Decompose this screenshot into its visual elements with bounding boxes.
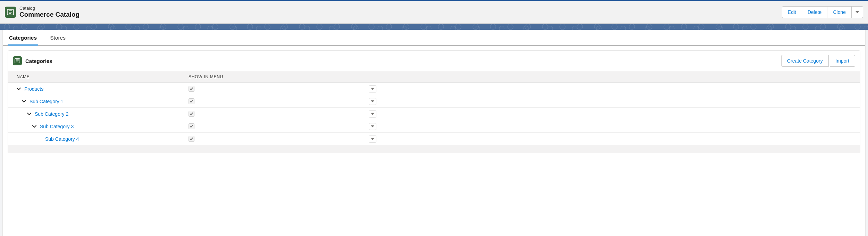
check-icon (190, 112, 193, 116)
catalog-icon (13, 56, 22, 65)
expand-toggle[interactable] (21, 98, 27, 105)
caret-down-icon (371, 137, 374, 141)
page-body: Categories Stores Categories Create Cate… (2, 30, 866, 236)
tab-stores[interactable]: Stores (49, 30, 67, 46)
expand-toggle[interactable] (16, 86, 22, 92)
tab-categories[interactable]: Categories (8, 30, 38, 46)
cell-show-in-menu (189, 86, 362, 92)
show-in-menu-checkbox[interactable] (189, 98, 194, 104)
caret-down-icon (371, 112, 374, 116)
import-button[interactable]: Import (830, 55, 855, 67)
table-row: Sub Category 3 (8, 120, 860, 133)
chevron-down-icon (32, 124, 36, 129)
check-icon (190, 124, 193, 128)
catalog-icon (5, 7, 16, 18)
row-actions-button[interactable] (369, 123, 376, 130)
cell-actions (362, 111, 383, 117)
caret-down-icon (371, 125, 374, 128)
column-show-in-menu: Show in Menu (189, 74, 362, 79)
show-in-menu-checkbox[interactable] (189, 123, 194, 129)
category-link[interactable]: Sub Category 2 (35, 111, 68, 117)
edit-button[interactable]: Edit (782, 6, 802, 18)
cell-actions (362, 136, 383, 143)
check-icon (190, 87, 193, 91)
check-icon (190, 99, 193, 103)
more-actions-button[interactable] (852, 6, 863, 18)
show-in-menu-checkbox[interactable] (189, 86, 194, 92)
cell-actions (362, 123, 383, 130)
expand-toggle[interactable] (26, 111, 32, 117)
page-title-block: Catalog Commerce Catalog (19, 6, 782, 19)
cell-name: Products (8, 86, 189, 92)
page-actions: Edit Delete Clone (782, 6, 863, 18)
category-link[interactable]: Products (24, 86, 43, 92)
cell-show-in-menu (189, 123, 362, 129)
table-header: Name Show in Menu (8, 71, 860, 83)
panel-actions: Create Category Import (781, 55, 855, 67)
row-actions-button[interactable] (369, 98, 376, 105)
row-actions-button[interactable] (369, 86, 376, 92)
category-link[interactable]: Sub Category 4 (45, 136, 79, 142)
column-name: Name (8, 74, 189, 79)
table-row: Sub Category 1 (8, 95, 860, 108)
table-footer (8, 145, 860, 153)
create-category-button[interactable]: Create Category (781, 55, 829, 67)
page-eyebrow: Catalog (19, 6, 782, 11)
cell-name: Sub Category 1 (8, 98, 189, 105)
table-body: ProductsSub Category 1Sub Category 2Sub … (8, 83, 860, 145)
caret-down-icon (371, 87, 374, 91)
caret-down-icon (371, 100, 374, 103)
expand-toggle[interactable] (31, 123, 37, 130)
delete-button[interactable]: Delete (802, 6, 827, 18)
tabs: Categories Stores (3, 30, 865, 46)
caret-down-icon (855, 10, 859, 14)
row-actions-button[interactable] (369, 136, 376, 143)
show-in-menu-checkbox[interactable] (189, 111, 194, 117)
chevron-down-icon (22, 99, 26, 104)
cell-name: Sub Category 3 (8, 123, 189, 130)
cell-name: Sub Category 4 (8, 136, 189, 142)
panel-title: Categories (25, 58, 781, 64)
table-row: Sub Category 2 (8, 108, 860, 120)
cell-name: Sub Category 2 (8, 111, 189, 117)
chevron-down-icon (17, 87, 21, 91)
cell-show-in-menu (189, 136, 362, 142)
page-title: Commerce Catalog (19, 11, 782, 19)
row-actions-button[interactable] (369, 111, 376, 117)
cell-actions (362, 98, 383, 105)
chevron-down-icon (27, 112, 31, 116)
page-header: Catalog Commerce Catalog Edit Delete Clo… (0, 0, 868, 24)
clone-button[interactable]: Clone (827, 6, 852, 18)
panel-header: Categories Create Category Import (8, 51, 860, 71)
categories-panel: Categories Create Category Import Name S… (8, 50, 860, 153)
check-icon (190, 137, 193, 141)
cell-show-in-menu (189, 98, 362, 104)
decorative-strip (0, 24, 868, 30)
cell-show-in-menu (189, 111, 362, 117)
column-actions (362, 74, 383, 79)
category-link[interactable]: Sub Category 1 (30, 99, 63, 104)
cell-actions (362, 86, 383, 92)
table-row: Sub Category 4 (8, 133, 860, 145)
table-row: Products (8, 83, 860, 95)
category-link[interactable]: Sub Category 3 (40, 124, 74, 129)
show-in-menu-checkbox[interactable] (189, 136, 194, 142)
